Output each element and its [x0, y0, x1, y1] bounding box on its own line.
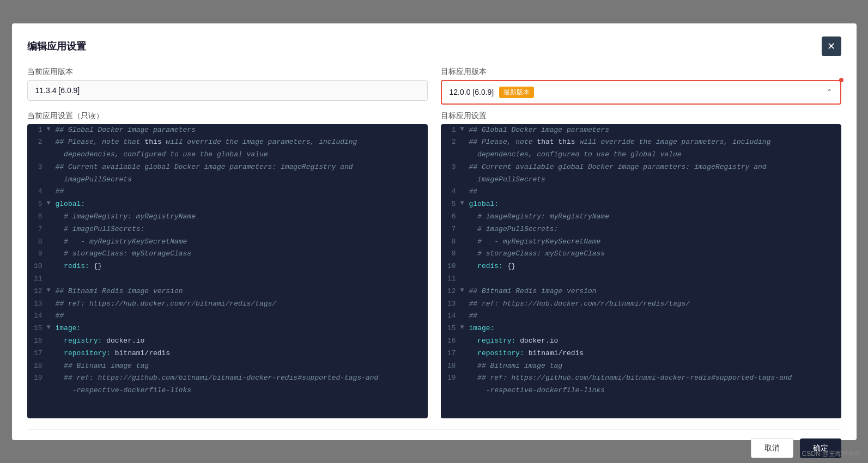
target-version-select[interactable]: 12.0.0 [6.0.9] 最新版本 ⌃ [441, 80, 841, 105]
table-row: 14 ## [441, 310, 841, 322]
modal-header: 编辑应用设置 ✕ [27, 36, 841, 56]
table-row: 5 ▼ global: [441, 198, 841, 211]
table-row: 16 registry: docker.io [441, 335, 841, 348]
watermark: CSDN @王晔晔晔晔 [802, 449, 861, 459]
table-row: 6 # imageRegistry: myRegistryName [27, 211, 428, 223]
table-row: 6 # imageRegistry: myRegistryName [441, 211, 841, 223]
table-row: 16 registry: docker.io [27, 335, 428, 348]
modal-title: 编辑应用设置 [27, 40, 86, 53]
table-row: -respective-dockerfile-links [27, 385, 428, 397]
current-code-lines: 1 ▼ ## Global Docker image parameters 2 … [27, 124, 428, 398]
current-settings-label: 当前应用设置（只读） [27, 111, 428, 121]
close-button[interactable]: ✕ [822, 36, 841, 56]
table-row: 10 redis: {} [27, 260, 428, 273]
latest-badge: 最新版本 [499, 87, 534, 98]
table-row: 7 # imagePullSecrets: [441, 223, 841, 236]
table-row: 8 # - myRegistryKeySecretName [27, 236, 428, 248]
table-row: 10 redis: {} [441, 260, 841, 273]
table-row: imagePullSecrets [27, 174, 428, 186]
table-row: dependencies, configured to use the glob… [27, 149, 428, 161]
table-row: 9 # storageClass: myStorageClass [27, 248, 428, 260]
target-select-content: 12.0.0 [6.0.9] 最新版本 [450, 87, 535, 98]
table-row: 17 repository: bitnami/redis [441, 348, 841, 360]
modal-overlay: 编辑应用设置 ✕ 当前应用版本 目标应用版本 12.0.0 [6.0.9] 最新… [0, 0, 868, 463]
table-row: imagePullSecrets [441, 174, 841, 186]
current-version-label: 当前应用版本 [27, 67, 428, 77]
table-row: 7 # imagePullSecrets: [27, 223, 428, 236]
table-row: 5 ▼ global: [27, 198, 428, 211]
table-row: 12 ▼ ## Bitnami Redis image version [27, 285, 428, 298]
table-row: 18 ## Bitnami image tag [441, 360, 841, 373]
table-row: 13 ## ref: https://hub.docker.com/r/bitn… [27, 298, 428, 310]
target-code-lines: 1 ▼ ## Global Docker image parameters 2 … [441, 124, 841, 398]
table-row: 1 ▼ ## Global Docker image parameters [441, 124, 841, 137]
editors-row: 当前应用设置（只读） 1 ▼ ## Global Docker image pa… [27, 111, 841, 418]
modal-dialog: 编辑应用设置 ✕ 当前应用版本 目标应用版本 12.0.0 [6.0.9] 最新… [12, 23, 857, 440]
table-row: 15 ▼ image: [441, 322, 841, 335]
target-version-label: 目标应用版本 [441, 67, 841, 77]
target-version-section: 目标应用版本 12.0.0 [6.0.9] 最新版本 ⌃ [441, 67, 841, 105]
table-row: 4 ## [27, 186, 428, 198]
table-row: 14 ## [27, 310, 428, 322]
current-version-input [27, 80, 428, 101]
cancel-button[interactable]: 取消 [751, 438, 793, 458]
current-version-section: 当前应用版本 [27, 67, 428, 105]
target-settings-scroll[interactable]: 1 ▼ ## Global Docker image parameters 2 … [441, 124, 841, 418]
table-row: 19 ## ref: https://github.com/bitnami/bi… [27, 372, 428, 385]
target-settings-editor: 1 ▼ ## Global Docker image parameters 2 … [441, 124, 841, 418]
current-settings-editor: 1 ▼ ## Global Docker image parameters 2 … [27, 124, 428, 418]
version-row: 当前应用版本 目标应用版本 12.0.0 [6.0.9] 最新版本 ⌃ [27, 67, 841, 105]
table-row: 4 ## [441, 186, 841, 198]
table-row: 3 ## Current available global Docker ima… [441, 161, 841, 174]
target-settings-label: 目标应用设置 [441, 111, 841, 121]
table-row: dependencies, configured to use the glob… [441, 149, 841, 161]
red-dot-indicator [839, 78, 843, 82]
table-row: 15 ▼ image: [27, 322, 428, 335]
target-version-wrapper: 12.0.0 [6.0.9] 最新版本 ⌃ [441, 80, 841, 105]
chevron-down-icon: ⌃ [826, 88, 833, 96]
table-row: 11 [27, 273, 428, 285]
table-row: 18 ## Bitnami image tag [27, 360, 428, 373]
table-row: 17 repository: bitnami/redis [27, 348, 428, 360]
table-row: 2 ## Please, note that this will overrid… [441, 136, 841, 149]
table-row: 13 ## ref: https://hub.docker.com/r/bitn… [441, 298, 841, 310]
current-settings-section: 当前应用设置（只读） 1 ▼ ## Global Docker image pa… [27, 111, 428, 418]
table-row: 19 ## ref: https://github.com/bitnami/bi… [441, 372, 841, 385]
table-row: 11 [441, 273, 841, 285]
table-row: 1 ▼ ## Global Docker image parameters [27, 124, 428, 137]
table-row: 12 ▼ ## Bitnami Redis image version [441, 285, 841, 298]
target-settings-section: 目标应用设置 1 ▼ ## Global Docker image parame… [441, 111, 841, 418]
table-row: 3 ## Current available global Docker ima… [27, 161, 428, 174]
table-row: -respective-dockerfile-links [441, 385, 841, 397]
table-row: 8 # - myRegistryKeySecretName [441, 236, 841, 248]
table-row: 2 ## Please, note that this will overrid… [27, 136, 428, 149]
footer-row: 取消 确定 [27, 429, 841, 458]
table-row: 9 # storageClass: myStorageClass [441, 248, 841, 260]
target-version-text: 12.0.0 [6.0.9] [450, 88, 494, 96]
current-settings-scroll[interactable]: 1 ▼ ## Global Docker image parameters 2 … [27, 124, 428, 418]
